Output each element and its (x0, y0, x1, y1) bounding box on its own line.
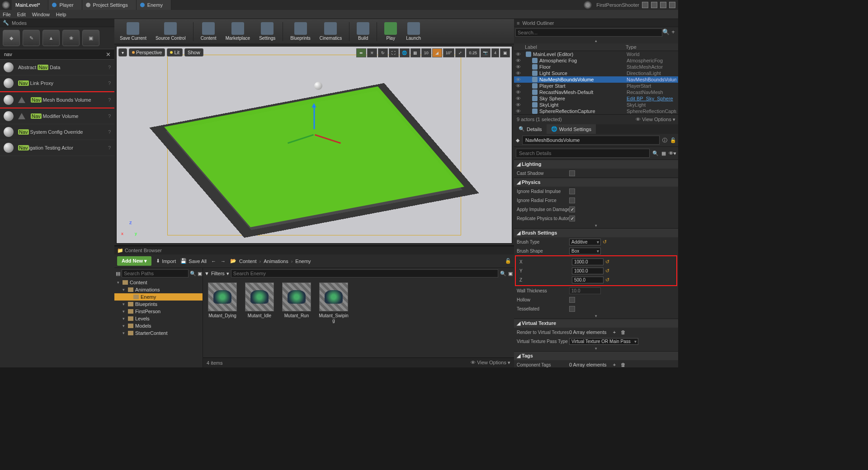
viewport-perspective-button[interactable]: Perspective (129, 48, 165, 56)
geometry-mode-icon[interactable]: ▣ (82, 30, 99, 46)
blueprint-link[interactable]: Edit BP_Sky_Sphere (627, 96, 673, 101)
foliage-mode-icon[interactable]: ❀ (62, 30, 80, 46)
apply-impulse-checkbox[interactable] (569, 207, 575, 212)
restore-button[interactable] (660, 2, 666, 8)
actor-name-input[interactable] (522, 136, 660, 145)
outliner-row[interactable]: 👁MainLevel (Editor)World (514, 51, 678, 57)
help-icon[interactable]: ? (108, 65, 111, 70)
tree-folder-item[interactable]: Enemy (114, 293, 203, 301)
expand-arrow-icon[interactable]: ▾ (514, 313, 678, 319)
details-tab[interactable]: 🔍Details (514, 124, 547, 134)
outliner-search-input[interactable] (515, 28, 662, 37)
import-button[interactable]: ⬇Import (156, 258, 176, 264)
modes-search-input[interactable] (3, 50, 104, 58)
visibility-toggle[interactable]: 👁 (516, 108, 522, 114)
outliner-row[interactable]: 👁NavMeshBoundsVolumeNavMeshBoundsVolum (514, 76, 678, 83)
tree-caret-icon[interactable]: ▾ (123, 302, 126, 306)
angle-snap-value[interactable]: 10° (443, 48, 455, 57)
expand-arrow-icon[interactable]: ▾ (514, 346, 678, 351)
camera-speed-value[interactable]: 4 (491, 48, 499, 57)
reset-button[interactable]: ↺ (605, 268, 609, 274)
help-icon[interactable]: ? (108, 129, 111, 135)
outliner-row[interactable]: 👁RecastNavMesh-DefaultRecastNavMesh (514, 89, 678, 95)
help-icon[interactable]: ? (108, 113, 111, 119)
tree-caret-icon[interactable]: ▾ (123, 287, 126, 292)
camera-speed-button[interactable]: 📷 (481, 48, 491, 57)
source-control-button[interactable]: Source Control (154, 21, 188, 42)
grid-snap-value[interactable]: 10 (421, 48, 431, 57)
place-actor-item[interactable]: Nav Mesh Bounds Volume? (0, 91, 115, 108)
place-actor-item[interactable]: Nav Link Proxy? (0, 75, 114, 91)
save-all-button[interactable]: 💾Save All (180, 258, 207, 264)
viewport-options-button[interactable]: ▾ (118, 48, 127, 56)
section-tags[interactable]: ◢ Tags (514, 352, 678, 360)
section-brush-settings[interactable]: ◢ Brush Settings (514, 229, 678, 237)
expand-arrow-icon[interactable]: ▾ (514, 223, 678, 228)
section-physics[interactable]: ◢ Physics (514, 178, 678, 187)
cinematics-button[interactable]: Cinematics (318, 21, 344, 42)
reset-button[interactable]: ↺ (605, 259, 609, 265)
visibility-toggle[interactable]: 👁 (516, 58, 522, 63)
history-back-button[interactable]: ← (211, 258, 216, 264)
transform-rotate-button[interactable]: ↻ (378, 48, 388, 57)
breadcrumb-item[interactable]: Enemy (295, 258, 311, 264)
tab-player[interactable]: Player (48, 0, 82, 10)
tree-caret-icon[interactable]: ▾ (117, 280, 121, 285)
content-button[interactable]: Content (199, 21, 218, 42)
brush-z-input[interactable]: 500.0 (572, 277, 604, 283)
outliner-row[interactable]: 👁SphereReflectionCaptureSphereReflection… (514, 108, 678, 114)
tree-folder-item[interactable]: ▾StarterContent (114, 329, 203, 337)
column-type[interactable]: Type (626, 44, 675, 50)
help-icon[interactable]: ? (108, 97, 111, 103)
blueprints-button[interactable]: Blueprints (288, 21, 312, 42)
visibility-toggle[interactable]: 👁 (516, 77, 522, 82)
lock-details-button[interactable]: 🔓 (670, 137, 676, 143)
tree-search-options-button[interactable]: 🔍 (190, 269, 196, 277)
minimize-button[interactable] (642, 2, 648, 8)
ignore-radial-force-checkbox[interactable] (569, 197, 575, 203)
scale-snap-value[interactable]: 0.25 (466, 48, 480, 57)
asset-tile[interactable]: Mutant_Idle (244, 282, 275, 354)
brush-type-dropdown[interactable]: Additive (569, 239, 601, 245)
outliner-view-options-button[interactable]: 👁 View Options ▾ (636, 117, 675, 122)
menu-edit[interactable]: Edit (17, 12, 26, 17)
place-actor-item[interactable]: Nav System Config Override? (0, 124, 114, 140)
marketplace-button[interactable]: Marketplace (224, 21, 252, 42)
history-forward-button[interactable]: → (221, 258, 226, 264)
tree-folder-item[interactable]: ▾Animations (114, 286, 203, 293)
help-icon[interactable]: ? (108, 80, 111, 86)
asset-tile[interactable]: Mutant_Run (281, 282, 312, 354)
menu-window[interactable]: Window (32, 12, 50, 17)
coord-space-button[interactable]: 🌐 (400, 48, 410, 57)
place-actor-item[interactable]: Abstract Nav Data? (0, 60, 114, 75)
gizmo-z-axis[interactable] (314, 107, 315, 129)
brush-y-input[interactable]: 1000.0 (572, 268, 604, 274)
asset-tile[interactable]: Mutant_Dying (207, 282, 238, 354)
array-clear-button[interactable]: 🗑 (621, 329, 626, 335)
hollow-checkbox[interactable] (569, 297, 575, 303)
tree-folder-item[interactable]: ▾FirstPerson (114, 308, 203, 315)
save-current-button[interactable]: Save Current (118, 21, 148, 42)
content-browser-header[interactable]: 📁 Content Browser (114, 246, 514, 254)
asset-advanced-button[interactable]: ▣ (508, 269, 513, 277)
transform-gizmo[interactable] (296, 111, 332, 147)
landscape-mode-icon[interactable]: ▲ (42, 30, 60, 46)
launch-button[interactable]: Launch (404, 21, 423, 42)
menu-help[interactable]: Help (56, 12, 66, 17)
blueprint-link-button[interactable]: ⓘ (662, 137, 667, 144)
tree-folder-item[interactable]: ▾Blueprints (114, 301, 203, 308)
clear-search-icon[interactable]: ✕ (104, 51, 112, 58)
column-label[interactable]: Label (517, 44, 626, 50)
expand-arrow-icon[interactable]: ▴ (514, 38, 678, 43)
outliner-row[interactable]: 👁Atmospheric FogAtmosphericFog (514, 57, 678, 64)
details-view-button[interactable]: 👁▾ (669, 150, 676, 156)
tab-enemy[interactable]: Enemy (137, 0, 171, 10)
asset-tile[interactable]: Mutant_Swiping (318, 282, 349, 354)
visibility-toggle[interactable]: 👁 (516, 96, 522, 101)
transform-translate-button[interactable]: ⤧ (367, 48, 377, 57)
ignore-radial-impulse-checkbox[interactable] (569, 188, 575, 194)
surface-snap-button[interactable]: ▦ (410, 48, 420, 57)
build-button[interactable]: Build (355, 21, 371, 42)
transform-scale-button[interactable]: ⛶ (389, 48, 399, 57)
level-viewport[interactable]: ▾ Perspective Lit Show ⬌ ⤧ ↻ ⛶ 🌐 ▦ 10 ◢ … (116, 46, 512, 244)
